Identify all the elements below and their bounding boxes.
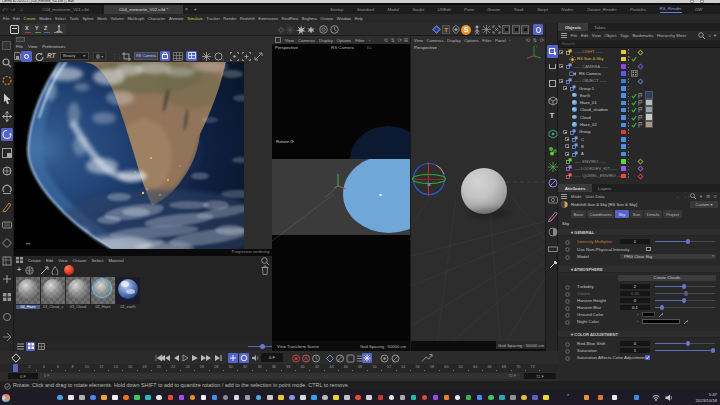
svg-text:Y: Y (536, 45, 539, 49)
